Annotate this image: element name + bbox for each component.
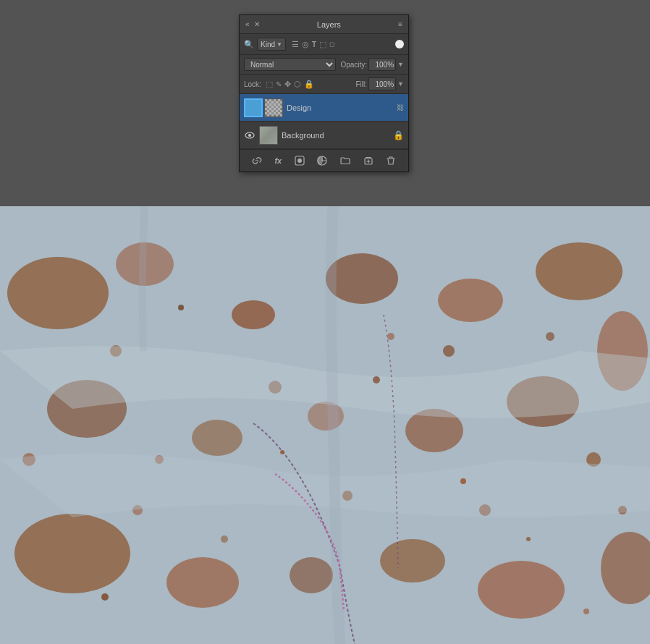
filter-type-icon[interactable]: T — [312, 41, 316, 48]
link-layers-button[interactable] — [249, 154, 265, 167]
close-button[interactable]: ✕ — [254, 21, 260, 28]
search-icon: 🔍 — [244, 40, 254, 49]
fill-label: Fill: — [356, 80, 368, 88]
lock-position-icon[interactable]: ✥ — [284, 80, 291, 89]
filter-bar: 🔍 Kind ▼ ☰ ◎ T ⬚ ◻ — [240, 34, 408, 55]
lock-all-icon[interactable]: 🔒 — [304, 80, 314, 89]
layer-item-design[interactable]: Design ⛓ — [240, 94, 408, 122]
adjustment-icon — [317, 156, 327, 166]
panel-menu-button[interactable]: ≡ — [398, 21, 402, 28]
blend-mode-select[interactable]: Normal — [244, 58, 336, 71]
svg-point-3 — [297, 158, 302, 163]
eye-icon — [245, 130, 255, 140]
panel-header: « ✕ Layers ≡ — [240, 15, 408, 34]
filter-smart-icon[interactable]: ◻ — [329, 41, 334, 48]
canvas-image — [0, 206, 650, 644]
blend-opacity-row: Normal Opacity: ▼ — [240, 55, 408, 75]
layer-item-background[interactable]: Background 🔒 — [240, 122, 408, 149]
design-overlay — [266, 101, 281, 115]
lock-icons: ⬚ ✎ ✥ ⬡ 🔒 — [266, 80, 314, 89]
fx-label: fx — [274, 156, 282, 165]
lock-label: Lock: — [244, 80, 261, 88]
mask-icon — [295, 156, 305, 166]
design-thumbs — [244, 98, 283, 117]
filter-icons: ☰ ◎ T ⬚ ◻ — [292, 40, 334, 49]
panel-title: Layers — [317, 20, 341, 29]
kind-label: Kind — [261, 41, 275, 48]
folder-icon — [340, 156, 350, 166]
new-group-button[interactable] — [337, 154, 353, 167]
add-mask-button[interactable] — [292, 154, 308, 167]
background-layer-name: Background — [282, 131, 389, 140]
filter-adjustment-icon[interactable]: ◎ — [302, 40, 309, 49]
layers-list: Design ⛓ Background 🔒 — [240, 94, 408, 149]
opacity-label: Opacity: — [340, 61, 367, 69]
design-content-thumb — [264, 98, 283, 117]
layers-panel: « ✕ Layers ≡ 🔍 Kind ▼ ☰ ◎ T ⬚ ◻ Normal O… — [239, 14, 409, 172]
design-link-icon: ⛓ — [397, 103, 404, 111]
delete-layer-button[interactable] — [383, 154, 399, 167]
fx-button[interactable]: fx — [271, 155, 284, 166]
svg-point-5 — [317, 156, 323, 165]
background-lock-icon: 🔒 — [393, 130, 404, 140]
filter-shape-icon[interactable]: ⬚ — [319, 40, 326, 49]
opacity-group: Opacity: ▼ — [340, 58, 404, 71]
lock-fill-row: Lock: ⬚ ✎ ✥ ⬡ 🔒 Fill: ▼ — [240, 75, 408, 94]
design-layer-name: Design — [287, 103, 393, 112]
opacity-input[interactable] — [368, 58, 396, 71]
collapse-button[interactable]: « — [245, 21, 250, 28]
svg-rect-7 — [366, 157, 371, 158]
link-icon — [252, 156, 262, 166]
fill-group: Fill: ▼ — [356, 77, 404, 90]
opacity-chevron-icon: ▼ — [397, 61, 404, 68]
canvas-area — [0, 206, 650, 644]
filter-toggle-circle[interactable] — [395, 40, 404, 48]
kind-dropdown[interactable]: Kind ▼ — [257, 38, 286, 51]
lock-artboard-icon[interactable]: ⬡ — [294, 80, 301, 89]
adjustment-button[interactable] — [314, 154, 330, 167]
lock-pixels-icon[interactable]: ⬚ — [266, 80, 273, 89]
design-color-thumb — [244, 98, 263, 117]
new-layer-button[interactable] — [360, 154, 376, 167]
lock-paint-icon[interactable]: ✎ — [276, 80, 282, 88]
fill-chevron-icon: ▼ — [397, 80, 404, 88]
panel-collapse-controls: « ✕ — [245, 21, 260, 28]
trash-icon — [386, 156, 396, 166]
new-layer-icon — [363, 156, 373, 166]
panel-toolbar: fx — [240, 149, 408, 171]
fill-input[interactable] — [368, 77, 396, 90]
filter-pixel-icon[interactable]: ☰ — [292, 40, 299, 49]
background-visibility-icon[interactable] — [244, 130, 256, 141]
background-thumb — [259, 126, 278, 145]
kind-chevron-icon: ▼ — [277, 41, 282, 48]
svg-rect-47 — [0, 206, 650, 644]
svg-point-1 — [248, 134, 251, 137]
